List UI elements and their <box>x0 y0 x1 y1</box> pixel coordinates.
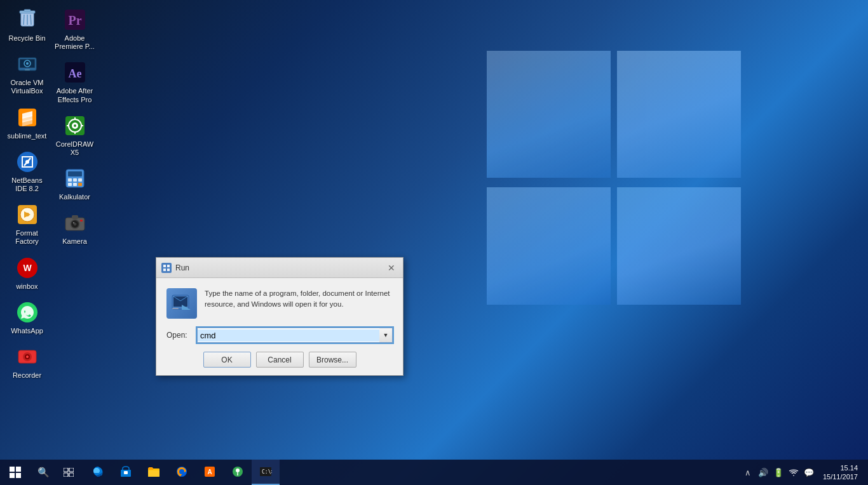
start-button[interactable] <box>0 460 31 485</box>
run-title-text: Run <box>175 263 189 272</box>
tray-wifi[interactable] <box>787 460 800 485</box>
svg-rect-63 <box>69 468 74 472</box>
svg-point-20 <box>25 213 29 216</box>
premiere-label: Adobe Premiere P... <box>53 34 96 51</box>
windows-logo-bg <box>487 51 754 406</box>
svg-rect-43 <box>78 183 82 186</box>
icon-column-2: Pr Adobe Premiere P... Ae Adobe After Ef… <box>51 3 98 385</box>
kalkulator-label: Kalkulator <box>59 193 90 201</box>
svg-text:Pr: Pr <box>68 13 81 27</box>
ae-image: Ae <box>62 60 88 85</box>
ae-label: Adobe After Effects Pro <box>53 87 96 103</box>
kalkulator-image <box>62 166 88 191</box>
svg-rect-61 <box>16 473 21 478</box>
recorder-label: Recorder <box>13 371 41 380</box>
taskbar-explorer[interactable] <box>140 460 168 485</box>
taskbar-maps[interactable] <box>224 460 252 485</box>
taskbar-system-tray: ∧ 🔊 🔋 💬 15.14 15/11/2017 <box>742 460 868 485</box>
clock-time: 15.14 <box>840 463 858 472</box>
taskbar-edge[interactable] <box>84 460 112 485</box>
whatsapp-icon[interactable]: WhatsApp <box>3 296 51 339</box>
kalkulator-icon[interactable]: Kalkulator <box>51 162 98 205</box>
format-factory-icon[interactable]: Format Factory <box>3 198 51 249</box>
oracle-vm-label: Oracle VM VirtualBox <box>6 79 48 95</box>
oracle-vm-image <box>15 51 40 77</box>
svg-text:W: W <box>23 263 32 273</box>
run-open-row: Open: ▼ <box>166 328 393 343</box>
adobe-premiere-icon[interactable]: Pr Adobe Premiere P... <box>51 3 98 55</box>
tray-speaker[interactable]: 🔊 <box>757 460 770 485</box>
run-browse-button[interactable]: Browse... <box>309 352 356 368</box>
svg-rect-40 <box>78 178 82 182</box>
recorder-icon[interactable]: Recorder <box>3 340 51 383</box>
sublime-text-icon[interactable]: sublime_text <box>3 101 51 144</box>
sublime-image <box>15 105 40 130</box>
recycle-bin-image <box>15 7 40 32</box>
svg-rect-54 <box>167 269 170 271</box>
svg-rect-52 <box>167 265 170 267</box>
taskbar-apps: A C:\>_ <box>81 460 742 485</box>
run-input-wrapper[interactable]: ▼ <box>197 328 393 343</box>
run-cancel-button[interactable]: Cancel <box>256 352 304 368</box>
svg-rect-59 <box>16 467 21 472</box>
tray-messages[interactable]: 💬 <box>803 460 815 485</box>
svg-rect-53 <box>163 269 166 271</box>
run-open-input[interactable] <box>198 329 379 342</box>
run-close-button[interactable]: ✕ <box>385 262 398 274</box>
run-title-bar: Run ✕ <box>156 258 403 278</box>
run-big-icon <box>166 288 197 319</box>
adobe-ae-icon[interactable]: Ae Adobe After Effects Pro <box>51 56 98 107</box>
winbox-image: W <box>15 255 40 281</box>
svg-rect-58 <box>10 467 15 472</box>
taskbar-search-button[interactable]: 🔍 <box>31 460 56 485</box>
netbeans-icon[interactable]: NetBeans IDE 8.2 <box>3 145 51 197</box>
sublime-label: sublime_text <box>8 132 47 140</box>
run-content: Type the name of a program, folder, docu… <box>166 288 393 319</box>
svg-point-49 <box>73 222 74 223</box>
svg-line-5 <box>31 15 31 25</box>
svg-rect-37 <box>68 171 82 176</box>
svg-rect-60 <box>10 473 15 478</box>
winbox-label: winbox <box>16 282 37 291</box>
taskbar-clock[interactable]: 15.14 15/11/2017 <box>818 463 863 482</box>
run-dialog: Run ✕ Type the name of a program, folder… <box>156 257 403 376</box>
svg-rect-67 <box>124 471 128 474</box>
svg-rect-2 <box>24 10 31 11</box>
tray-battery[interactable]: 🔋 <box>772 460 785 485</box>
svg-point-75 <box>236 468 240 472</box>
recycle-bin-label: Recycle Bin <box>8 34 45 43</box>
svg-line-3 <box>24 15 24 25</box>
svg-rect-45 <box>72 215 78 219</box>
kamera-image <box>62 210 88 236</box>
format-factory-image <box>15 202 40 227</box>
run-ok-button[interactable]: OK <box>203 352 251 368</box>
winbox-icon[interactable]: W winbox <box>3 251 51 295</box>
svg-point-17 <box>25 160 29 164</box>
netbeans-image <box>15 149 40 175</box>
svg-rect-41 <box>68 183 72 186</box>
coreldraw-icon[interactable]: CorelDRAW X5 <box>51 109 98 161</box>
run-dropdown-button[interactable]: ▼ <box>379 328 392 342</box>
taskbar-cmd[interactable]: C:\>_ <box>252 460 280 485</box>
svg-rect-65 <box>69 473 74 477</box>
whatsapp-label: WhatsApp <box>11 327 43 335</box>
clock-date: 15/11/2017 <box>823 472 858 481</box>
kamera-icon[interactable]: Kamera <box>51 206 98 249</box>
svg-rect-69 <box>148 470 159 477</box>
tray-chevron[interactable]: ∧ <box>742 460 754 485</box>
recycle-bin-icon[interactable]: Recycle Bin <box>3 3 51 46</box>
taskbar-app5[interactable]: A <box>196 460 224 485</box>
run-title-left: Run <box>161 263 189 273</box>
taskbar-store[interactable] <box>112 460 140 485</box>
oracle-vm-icon[interactable]: Oracle VM VirtualBox <box>3 48 51 99</box>
run-body: Type the name of a program, folder, docu… <box>156 278 403 375</box>
netbeans-label: NetBeans IDE 8.2 <box>6 176 48 193</box>
svg-text:C:\>_: C:\>_ <box>262 469 272 475</box>
taskbar-firefox[interactable] <box>168 460 196 485</box>
coreldraw-image <box>62 113 88 138</box>
whatsapp-image <box>15 300 40 325</box>
svg-point-27 <box>26 355 29 358</box>
taskbar-task-view[interactable] <box>56 460 81 485</box>
svg-rect-42 <box>73 183 77 186</box>
kamera-label: Kamera <box>62 237 87 246</box>
